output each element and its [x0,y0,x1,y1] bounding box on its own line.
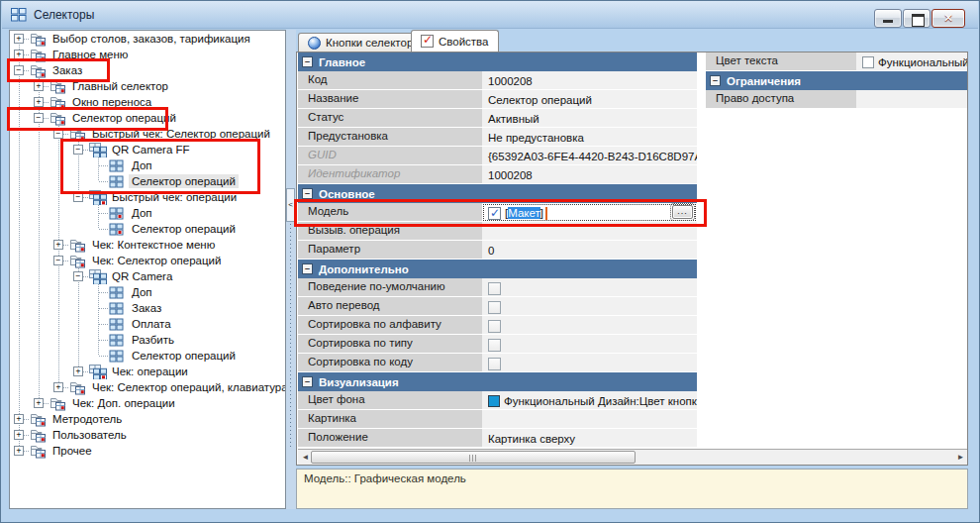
property-row[interactable]: Картинка [298,410,697,429]
scrollbar-thumb[interactable] [311,451,636,464]
property-section-header[interactable]: − Ограничения [706,71,967,90]
maximize-button[interactable] [903,9,931,28]
tree-item[interactable]: + Чек: Контекстное меню [10,237,285,253]
model-checkbox[interactable] [488,207,501,220]
expand-toggle[interactable]: − [53,256,63,265]
collapse-section-icon[interactable]: − [302,376,313,387]
tree-item[interactable]: − Быстрый чек: Селектор операций [10,126,285,142]
expand-toggle[interactable]: − [14,65,24,75]
property-row[interactable]: Положение Картинка сверху [298,429,697,448]
property-row[interactable]: Сортировка по коду [298,354,697,372]
tree-item[interactable]: + Пользователь [10,427,285,443]
color-swatch[interactable] [862,56,874,68]
scroll-right-arrow-icon[interactable]: ► [953,451,968,465]
tree-item[interactable]: + Главное меню [10,47,285,62]
color-swatch[interactable] [488,395,500,407]
expand-toggle[interactable]: + [14,50,24,59]
tree-item-label: Селектор операций [129,222,239,236]
expand-toggle[interactable]: + [14,430,24,440]
tree-guide [10,364,30,379]
tree-item[interactable]: + Главный селектор [10,78,285,94]
tree-item[interactable]: + Окно переноса [10,94,285,110]
tree-item[interactable]: − QR Camera FF [10,142,285,157]
tree-item[interactable]: Разбить [10,332,285,348]
tree-item[interactable]: Оплата [10,316,285,332]
expand-toggle[interactable]: + [34,398,44,408]
tree-item[interactable]: Доп [10,284,285,300]
property-row[interactable]: Предустановка Не предустановка [298,128,697,147]
tree-item[interactable]: Селектор операций [10,348,285,364]
tree-item[interactable]: + Метродотель [10,411,285,427]
horizontal-scrollbar[interactable]: ◄ ► [298,449,968,465]
expand-toggle[interactable]: + [14,446,24,456]
tree-item[interactable]: + Прочее [10,443,285,459]
property-row[interactable]: Код 1000208 [298,71,697,90]
property-row[interactable]: Цвет текста Функциональный , [706,52,967,71]
collapse-section-icon[interactable]: − [302,263,313,274]
tree-connector: + [10,47,30,62]
property-row[interactable]: Поведение по-умолчанию [298,278,697,297]
tree-item[interactable]: + Чек: операции [10,364,285,379]
expand-toggle[interactable]: + [14,414,24,424]
property-checkbox[interactable] [488,282,501,295]
tree-item[interactable]: − Чек: Селектор операций [10,253,285,268]
expand-toggle[interactable]: − [73,145,83,155]
property-section-header[interactable]: − Визуализация [298,372,697,391]
property-checkbox[interactable] [488,301,501,314]
tree-item[interactable]: Доп [10,205,285,221]
collapse-section-icon[interactable]: − [302,56,313,67]
property-row[interactable]: Модель [Макет] ... [298,203,697,222]
collapse-splitter-button[interactable]: < [286,188,295,222]
minimize-button[interactable] [874,9,902,28]
grid-icon [109,350,124,363]
expand-toggle[interactable]: − [34,113,44,123]
expand-toggle[interactable]: + [14,34,24,44]
property-section-header[interactable]: − Дополнительно [298,260,697,278]
property-row[interactable]: Авто перевод [298,297,697,316]
property-checkbox[interactable] [488,339,501,352]
tree-item[interactable]: + Выбор столов, заказов, тарификация [10,31,285,47]
property-row[interactable]: Название Селектор операций [298,90,697,109]
property-row[interactable]: Параметр 0 [298,241,697,260]
expand-toggle[interactable]: + [34,97,44,107]
collapse-section-icon[interactable]: − [710,75,721,86]
tree-item[interactable]: + Чек: Селектор операций, клавиатура [10,379,285,395]
expand-toggle[interactable]: + [53,382,63,392]
expand-toggle[interactable]: + [34,81,44,91]
tree-guide [10,126,30,142]
tree-item[interactable]: Селектор операций [10,173,285,189]
expand-toggle[interactable]: + [73,366,83,376]
property-row[interactable]: GUID {65392A03-6FE4-4420-B243-D16C8D97AD… [298,147,697,165]
property-row[interactable]: Право доступа [706,90,967,109]
property-row[interactable]: Статус Активный [298,109,697,128]
expand-toggle[interactable]: + [53,240,63,250]
close-button[interactable] [931,9,965,28]
property-value: {65392A03-6FE4-4420-B243-D16C8D97AD0B} [488,151,697,162]
property-row[interactable]: Вызыв. операция [298,222,697,241]
splitter[interactable]: < [286,30,296,509]
property-checkbox[interactable] [488,320,501,333]
property-row[interactable]: Сортировка по алфавиту [298,316,697,335]
property-checkbox[interactable] [488,358,501,370]
property-row[interactable]: Цвет фона Функциональный Дизайн:Цвет кно… [298,391,697,410]
tree-item[interactable]: + Чек: Доп. операции [10,395,285,411]
expand-toggle[interactable]: − [53,129,63,139]
property-section-header[interactable]: − Основное [298,184,697,203]
tree-item[interactable]: − Заказ [10,62,285,78]
expand-toggle[interactable]: − [73,271,83,281]
expand-toggle[interactable]: − [73,192,83,202]
tree-item-label: Заказ [49,63,85,77]
tree-item[interactable]: Доп [10,157,285,173]
tree-item[interactable]: Заказ [10,300,285,316]
tree-item[interactable]: − QR Camera [10,268,285,284]
collapse-section-icon[interactable]: − [302,188,313,199]
property-row[interactable]: Сортировка по типу [298,335,697,354]
tree-item[interactable]: Селектор операций [10,221,285,237]
tab-properties[interactable]: Свойства [411,30,499,52]
tree-item[interactable]: − Быстрый чек: операции [10,189,285,205]
tab-selector-buttons[interactable]: Кнопки селектора [298,33,430,52]
tree-item[interactable]: − Селектор операций [10,110,285,126]
property-section-header[interactable]: − Главное [298,52,697,71]
ellipsis-button[interactable]: ... [672,205,693,219]
property-row[interactable]: Идентификатор 1000208 [298,165,697,184]
